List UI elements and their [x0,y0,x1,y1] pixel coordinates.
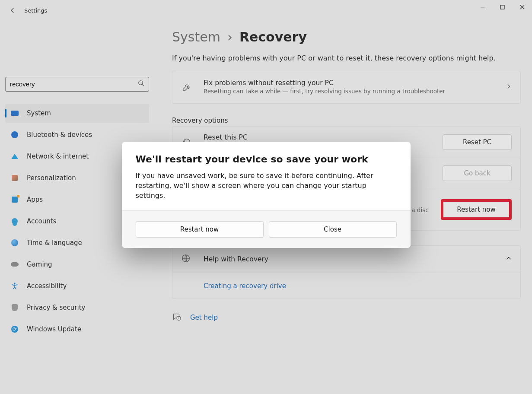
dialog-restart-button[interactable]: Restart now [136,221,264,238]
button-label: Restart now [180,226,219,233]
dialog-close-button[interactable]: Close [269,221,397,238]
dialog-text: If you have unsaved work, be sure to sav… [136,171,397,201]
button-label: Close [324,226,341,233]
dialog-title: We'll restart your device so save your w… [136,154,397,165]
restart-confirm-dialog: We'll restart your device so save your w… [122,142,411,248]
